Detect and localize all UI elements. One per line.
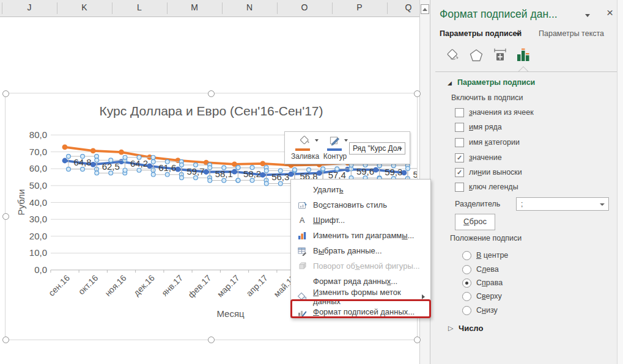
column-header-l[interactable]: L <box>137 2 142 12</box>
column-header-j[interactable]: J <box>28 2 32 12</box>
svg-text:апр.17: апр.17 <box>244 273 270 299</box>
svg-text:64,2: 64,2 <box>130 158 148 169</box>
separator-dropdown[interactable]: ; <box>516 197 609 211</box>
chart-resize-handle-w[interactable] <box>2 213 9 220</box>
svg-text:56,3: 56,3 <box>271 172 289 182</box>
chart-resize-handle-ne[interactable] <box>414 90 421 97</box>
column-header-k[interactable]: K <box>81 2 87 12</box>
checkbox-value[interactable]: ✓ значение <box>455 152 502 163</box>
reset-style-icon <box>291 200 313 210</box>
menu-item-font[interactable]: A Шрифт... <box>291 213 430 228</box>
radio-icon <box>462 251 471 260</box>
chart-resize-handle-sw[interactable] <box>2 337 9 343</box>
fill-dropdown-caret[interactable] <box>315 139 319 142</box>
column-header-n[interactable]: N <box>246 2 253 12</box>
menu-item-reset-style[interactable]: Восстановить стиль <box>291 197 430 213</box>
menu-item-change-chart-type[interactable]: Изменить тип диаграммы... <box>291 228 430 243</box>
chart-resize-handle-nw[interactable] <box>2 90 9 97</box>
collapse-triangle-icon[interactable]: ◢ <box>448 80 452 86</box>
checkbox-values-from-cells[interactable]: ✓ значения из ячеек <box>455 107 534 118</box>
radio-above[interactable]: Сверху <box>462 291 502 302</box>
pencil-outline-icon <box>328 135 342 146</box>
radio-right[interactable]: Справа <box>462 277 503 288</box>
svg-text:58,1: 58,1 <box>215 169 233 179</box>
menu-item-delete[interactable]: Удалить <box>291 182 430 197</box>
chart-resize-handle-se[interactable] <box>414 337 421 343</box>
svg-text:дек.16: дек.16 <box>131 273 157 298</box>
chart-resize-handle-s[interactable] <box>208 337 215 343</box>
column-header-q[interactable]: Q <box>405 2 412 12</box>
radio-icon <box>462 278 471 288</box>
section-number[interactable]: Число <box>459 324 483 333</box>
checkbox-icon: ✓ <box>455 123 464 132</box>
radio-below[interactable]: Снизу <box>462 305 498 316</box>
svg-text:Месяц: Месяц <box>216 308 245 319</box>
cube-3d-icon <box>291 261 313 271</box>
column-header-p[interactable]: P <box>356 2 362 12</box>
font-icon: A <box>291 216 313 225</box>
outline-color-bar <box>327 148 342 151</box>
reset-button[interactable]: Сброс <box>455 214 495 230</box>
svg-text:40,0: 40,0 <box>29 197 47 208</box>
checkbox-icon: ✓ <box>455 168 464 177</box>
radio-center[interactable]: В центре <box>462 250 508 261</box>
label-options-icon[interactable] <box>515 48 531 64</box>
checkbox-category-name[interactable]: ✓ имя категории <box>455 137 520 148</box>
svg-text:Рубли: Рубли <box>16 189 26 216</box>
fill-line-icon[interactable] <box>445 48 461 64</box>
outline-label: Контур <box>322 152 348 161</box>
svg-text:59,3: 59,3 <box>385 167 402 177</box>
checkbox-legend-key[interactable]: ✓ ключ легенды <box>455 181 518 192</box>
chart-element-selector[interactable]: Ряд "Курс Дол <box>349 142 405 155</box>
scroll-up-button[interactable] <box>421 4 429 14</box>
column-header-m[interactable]: M <box>191 2 198 12</box>
svg-text:мар.17: мар.17 <box>215 273 241 299</box>
chart-resize-handle-n[interactable] <box>208 90 215 97</box>
menu-item-select-data[interactable]: Выбрать данные... <box>291 243 430 258</box>
submenu-arrow-icon <box>422 294 425 299</box>
pane-close-icon[interactable]: × <box>606 6 613 20</box>
size-properties-icon[interactable] <box>492 48 508 64</box>
expand-triangle-icon[interactable]: ▷ <box>448 324 453 332</box>
checkbox-leader-lines[interactable]: ✓ линии выноски <box>455 167 522 178</box>
svg-text:0,0: 0,0 <box>34 264 47 275</box>
svg-text:50,0: 50,0 <box>29 180 47 191</box>
outline-button[interactable]: Контур <box>322 134 348 162</box>
outline-dropdown-caret[interactable] <box>344 139 348 142</box>
radio-left[interactable]: Слева <box>462 264 499 275</box>
mini-toolbar: Заливка Контур Ряд "Курс Дол <box>284 131 410 164</box>
menu-item-3d-rotation: Поворот объемной фигуры... <box>291 258 430 274</box>
fill-button[interactable]: Заливка <box>290 134 320 162</box>
tab-text-options[interactable]: Параметры текста <box>539 29 604 38</box>
checkbox-icon: ✓ <box>455 153 464 162</box>
include-in-label-text: Включить в подписи <box>451 93 523 102</box>
context-menu: Удалить Восстановить стиль A Шрифт... Из… <box>290 179 431 318</box>
svg-text:фев.17: фев.17 <box>186 273 213 300</box>
svg-text:сен.16: сен.16 <box>46 273 72 298</box>
change-chart-type-icon <box>291 231 313 241</box>
svg-text:80,0: 80,0 <box>29 129 47 140</box>
format-data-labels-pane: Формат подписей дан... × Параметры подпи… <box>430 0 623 364</box>
label-position-text: Положение подписи <box>450 234 522 242</box>
svg-text:20,0: 20,0 <box>29 231 47 241</box>
fill-label: Заливка <box>290 152 320 161</box>
section-label-options[interactable]: Параметры подписи <box>457 78 535 87</box>
effects-icon[interactable] <box>468 48 484 64</box>
svg-text:57,6: 57,6 <box>413 169 417 180</box>
svg-text:62,5: 62,5 <box>102 161 120 172</box>
tab-label-options-caret[interactable] <box>516 33 520 35</box>
separator-dropdown-caret <box>600 203 605 206</box>
column-header-o[interactable]: O <box>301 2 308 12</box>
svg-text:ноя.16: ноя.16 <box>103 273 128 299</box>
svg-text:64,8: 64,8 <box>73 157 91 167</box>
menu-item-format-series[interactable]: Формат ряда данных... <box>291 274 430 289</box>
pane-title-dropdown-caret[interactable] <box>585 14 590 17</box>
annotation-highlight <box>290 299 431 318</box>
checkbox-series-name[interactable]: ✓ имя ряда <box>455 122 502 133</box>
radio-icon <box>462 306 471 315</box>
svg-text:59,6: 59,6 <box>356 166 374 177</box>
tab-label-options[interactable]: Параметры подписей <box>440 29 522 38</box>
select-data-icon <box>291 246 313 256</box>
pane-scrollbar[interactable] <box>617 0 623 364</box>
chart-element-selector-caret[interactable] <box>399 148 402 150</box>
